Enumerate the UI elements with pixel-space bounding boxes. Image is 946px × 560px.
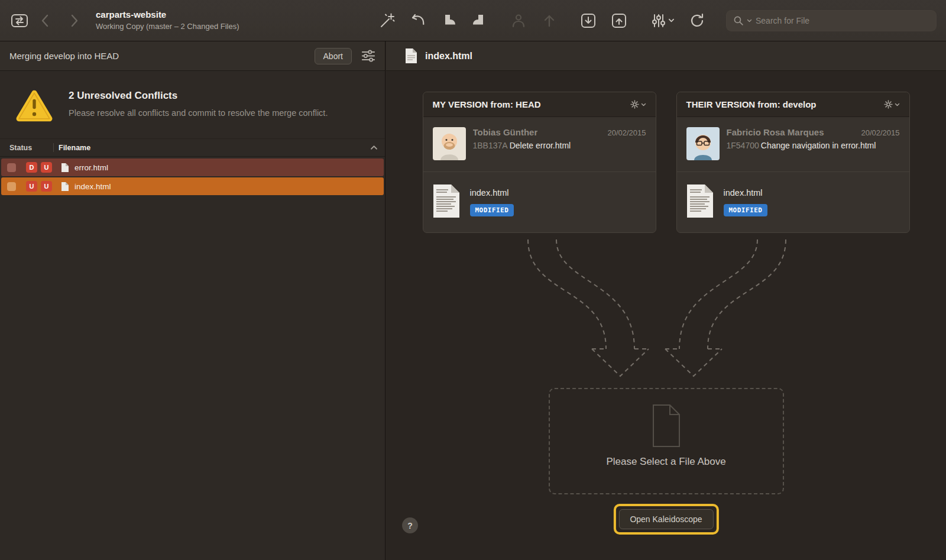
merge-panel-header: Merging develop into HEAD Abort — [0, 41, 385, 71]
avatar — [433, 127, 466, 160]
conflict-banner: 2 Unresolved Conflicts Please resolve al… — [0, 71, 385, 139]
their-version-card: THEIR VERSION from: develop — [676, 92, 910, 233]
stash-button[interactable] — [439, 11, 459, 31]
import-button[interactable] — [578, 11, 598, 31]
import-tray-icon — [580, 12, 597, 29]
search-field[interactable] — [726, 10, 937, 31]
repositories-button[interactable] — [9, 11, 30, 31]
toolbar-actions — [377, 10, 937, 31]
conflicts-message: Please resolve all conflicts and commit … — [69, 107, 328, 119]
commit-hash: 1BB137A — [473, 141, 508, 150]
git-flow-icon — [650, 12, 667, 29]
merge-panel: Merging develop into HEAD Abort 2 Unreso… — [0, 41, 385, 560]
repositories-icon — [11, 13, 28, 28]
conflict-file-list: D U error.html U U index.html — [0, 158, 385, 195]
refresh-icon — [689, 12, 705, 29]
commit-message: Delete error.html — [510, 141, 571, 150]
chevron-up-icon — [370, 145, 378, 150]
commit-hash: 1F54700 — [727, 141, 759, 150]
status-badges: U U — [26, 181, 52, 192]
refresh-button[interactable] — [687, 11, 707, 31]
column-filename[interactable]: Filename — [59, 144, 370, 152]
file-thumbnail-icon — [686, 184, 714, 218]
merge-title: Merging develop into HEAD — [9, 51, 315, 61]
their-version-file[interactable]: index.html MODIFIED — [677, 172, 909, 232]
forward-chevron-icon — [67, 13, 80, 28]
warning-triangle-icon — [15, 89, 53, 123]
conflicts-title: 2 Unresolved Conflicts — [69, 90, 328, 102]
their-version-header: THEIR VERSION from: develop — [677, 92, 909, 117]
merge-options-button[interactable] — [361, 50, 375, 62]
magic-wand-icon — [379, 12, 396, 29]
commit-date: 20/02/2015 — [861, 128, 899, 137]
merge-result-dropzone[interactable]: Please Select a File Above — [549, 388, 784, 494]
file-thumbnail-icon — [433, 184, 460, 218]
file-icon — [61, 163, 69, 173]
export-button[interactable] — [609, 11, 629, 31]
file-icon — [405, 48, 417, 64]
person-button[interactable] — [508, 11, 529, 31]
my-version-title: MY VERSION from: HEAD — [433, 99, 630, 109]
undo-button[interactable] — [408, 11, 428, 31]
detail-filename: index.html — [425, 51, 472, 61]
modified-badge: MODIFIED — [470, 204, 514, 216]
person-icon — [510, 12, 527, 29]
abort-button[interactable]: Abort — [315, 48, 352, 64]
commit-message: Change navigation in error.html — [761, 141, 876, 150]
gear-icon — [630, 100, 639, 109]
modified-badge: MODIFIED — [724, 204, 768, 216]
status-badge: U — [26, 181, 37, 192]
search-scope-chevron-icon — [747, 18, 752, 23]
file-table-header: Status Filename — [0, 139, 385, 157]
conflict-file-row[interactable]: U U index.html — [1, 177, 384, 195]
help-button[interactable]: ? — [402, 517, 418, 533]
dropzone-label: Please Select a File Above — [606, 456, 725, 468]
back-chevron-icon — [39, 13, 52, 28]
back-button[interactable] — [35, 11, 56, 31]
sort-order-button[interactable] — [370, 145, 378, 150]
filter-sliders-icon — [361, 50, 375, 62]
export-tray-icon — [611, 12, 627, 29]
push-button[interactable] — [539, 11, 559, 31]
status-badge: U — [41, 162, 52, 173]
stash-apply-icon — [471, 12, 488, 29]
status-badge: U — [41, 181, 52, 192]
search-input[interactable] — [754, 15, 930, 26]
search-icon — [733, 15, 744, 27]
forward-button[interactable] — [64, 11, 84, 31]
chevron-down-icon — [641, 102, 646, 107]
stash-icon — [440, 12, 457, 29]
ghost-file-icon — [653, 404, 680, 447]
stage-checkbox[interactable] — [7, 182, 16, 191]
detail-panel: index.html MY VERSION from: HEAD — [386, 41, 946, 560]
repo-name: carparts-website — [96, 9, 239, 21]
their-version-commit: Fabricio Rosa Marques 20/02/2015 1F54700… — [677, 117, 909, 172]
stage-checkbox[interactable] — [7, 163, 16, 172]
their-version-title: THEIR VERSION from: develop — [686, 99, 884, 109]
avatar — [686, 127, 720, 160]
app-window: carparts-website Working Copy (master – … — [0, 0, 946, 560]
my-version-file[interactable]: index.html MODIFIED — [423, 172, 656, 232]
column-status[interactable]: Status — [7, 144, 53, 152]
detail-panel-header: index.html — [386, 41, 946, 71]
my-version-card: MY VERSION from: HEAD — [423, 92, 656, 233]
their-version-options-button[interactable] — [884, 100, 900, 109]
chevron-down-icon — [668, 18, 675, 23]
kaleidoscope-highlight: Open Kaleidoscope — [613, 504, 718, 535]
version-file-name: index.html — [470, 188, 514, 198]
status-badges: D U — [26, 162, 52, 173]
gear-icon — [884, 100, 893, 109]
open-kaleidoscope-button[interactable]: Open Kaleidoscope — [618, 509, 713, 529]
git-flow-button[interactable] — [648, 11, 676, 31]
my-version-header: MY VERSION from: HEAD — [423, 92, 656, 117]
conflict-file-row[interactable]: D U error.html — [1, 158, 384, 176]
my-version-options-button[interactable] — [630, 100, 646, 109]
column-separator — [53, 143, 54, 152]
commit-author: Fabricio Rosa Marques — [727, 127, 824, 137]
conflict-filename: index.html — [74, 182, 111, 191]
file-icon — [61, 182, 69, 192]
magic-wand-button[interactable] — [377, 11, 397, 31]
version-file-name: index.html — [724, 188, 768, 198]
status-badge: D — [26, 162, 37, 173]
stash-apply-button[interactable] — [469, 11, 490, 31]
